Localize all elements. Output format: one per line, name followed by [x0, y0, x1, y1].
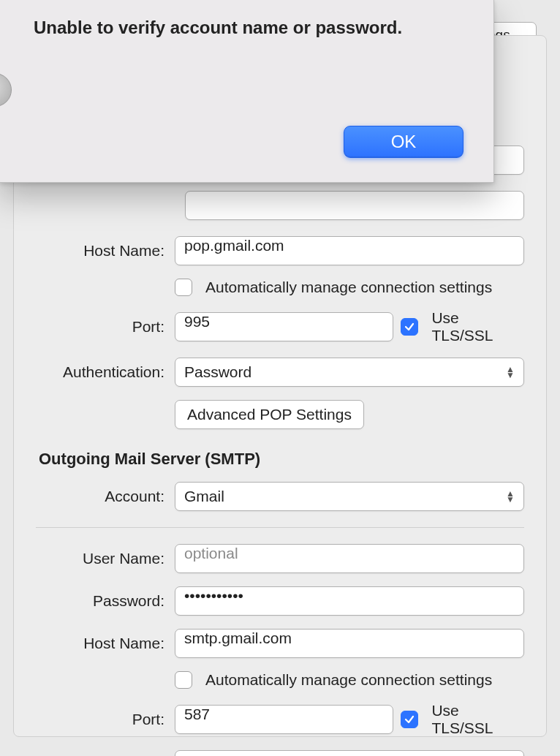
smtp-host-value: smtp.gmail.com	[184, 630, 292, 646]
smtp-username-input[interactable]: optional	[175, 544, 524, 573]
host-name-label: Host Name:	[36, 242, 175, 260]
smtp-auth-select[interactable]: Password ▲▼	[175, 750, 524, 756]
advanced-pop-label: Advanced POP Settings	[187, 406, 352, 423]
smtp-password-input[interactable]: •••••••••••	[175, 586, 524, 616]
incoming-port-value: 995	[184, 313, 210, 330]
incoming-host-input[interactable]: pop.gmail.com	[175, 236, 524, 265]
auth-label-incoming: Authentication:	[36, 363, 175, 381]
incoming-auth-value: Password	[184, 363, 251, 381]
host-name-label-smtp: Host Name:	[36, 635, 175, 652]
password-label: Password:	[36, 592, 175, 610]
incoming-tls-checkbox[interactable]	[401, 318, 418, 336]
chevron-updown-icon: ▲▼	[506, 366, 515, 378]
smtp-port-value: 587	[184, 706, 210, 722]
smtp-auto-manage-label: Automatically manage connection settings	[205, 671, 492, 689]
smtp-password-value: •••••••••••	[184, 587, 243, 604]
smtp-auto-manage-checkbox[interactable]	[175, 671, 192, 689]
smtp-section-title: Outgoing Mail Server (SMTP)	[39, 450, 524, 469]
account-label: Account:	[36, 488, 175, 505]
error-title: Unable to verify account name or passwor…	[34, 18, 402, 38]
advanced-pop-button[interactable]: Advanced POP Settings	[175, 400, 364, 429]
incoming-tls-label: Use TLS/SSL	[431, 309, 524, 344]
divider	[36, 527, 524, 528]
port-label-incoming: Port:	[36, 318, 175, 336]
gear-icon	[0, 73, 12, 107]
smtp-port-input[interactable]: 587	[175, 705, 393, 734]
error-sheet: Unable to verify account name or passwor…	[0, 0, 494, 183]
incoming-host-value: pop.gmail.com	[184, 237, 284, 254]
port-label-smtp: Port:	[36, 711, 175, 728]
incoming-auto-manage-label: Automatically manage connection settings	[205, 279, 492, 296]
incoming-auth-select[interactable]: Password ▲▼	[175, 358, 524, 387]
smtp-host-input[interactable]: smtp.gmail.com	[175, 629, 524, 658]
user-name-label: User Name:	[36, 550, 175, 567]
ok-button-label: OK	[391, 132, 417, 152]
smtp-tls-label: Use TLS/SSL	[431, 702, 524, 737]
ok-button[interactable]: OK	[344, 126, 463, 158]
smtp-username-placeholder: optional	[184, 545, 238, 562]
smtp-account-value: Gmail	[184, 488, 224, 505]
chevron-updown-icon: ▲▼	[506, 491, 515, 502]
incoming-field-occluded-2[interactable]	[185, 191, 524, 220]
incoming-auto-manage-checkbox[interactable]	[175, 279, 192, 296]
incoming-port-input[interactable]: 995	[175, 312, 393, 341]
smtp-tls-checkbox[interactable]	[401, 711, 418, 728]
smtp-account-select[interactable]: Gmail ▲▼	[175, 482, 524, 511]
